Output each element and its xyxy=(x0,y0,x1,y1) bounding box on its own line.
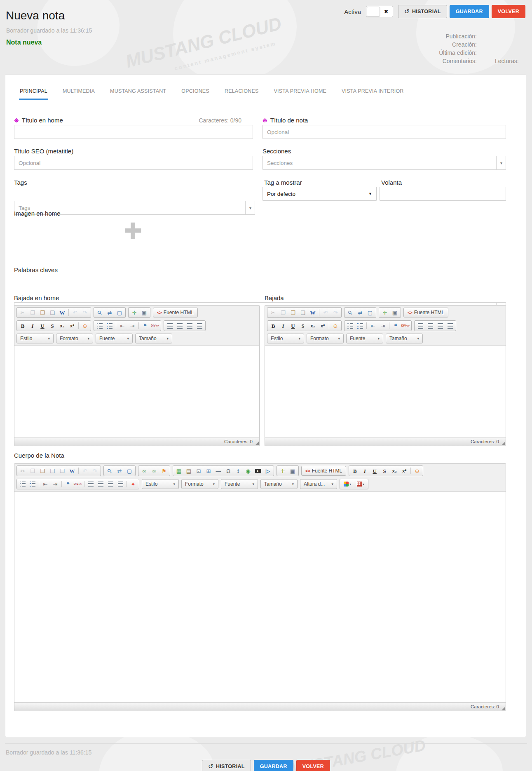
history-button[interactable]: ↺HISTORIAL xyxy=(202,760,251,771)
superscript-button[interactable]: x² xyxy=(67,321,77,330)
banner-button[interactable]: ▤ xyxy=(184,466,194,475)
combo-formato[interactable]: Formato▾ xyxy=(307,334,344,343)
cuerpo-de-la-nota-content[interactable] xyxy=(14,492,506,702)
paste-word-button[interactable]: W xyxy=(57,308,67,317)
special-char-button[interactable]: Ω xyxy=(223,466,233,475)
secciones-input[interactable] xyxy=(262,156,506,170)
undo-button[interactable]: ↶ xyxy=(70,308,80,317)
align-justify-button[interactable] xyxy=(195,321,204,330)
find-button[interactable]: ⚲ xyxy=(95,308,105,317)
indent-button[interactable]: ⇥ xyxy=(378,321,388,330)
find-button[interactable]: ⚲ xyxy=(345,308,355,317)
link-button[interactable]: ∞ xyxy=(139,466,149,475)
list-numbered-button[interactable] xyxy=(18,480,28,489)
list-bulleted-button[interactable] xyxy=(28,480,37,489)
redo-button[interactable]: ↷ xyxy=(90,466,100,475)
cut-button[interactable]: ✂ xyxy=(18,466,28,475)
combo-fuente[interactable]: Fuente▾ xyxy=(96,334,133,343)
list-bulleted-button[interactable] xyxy=(105,321,115,330)
select-all-button[interactable]: ▢ xyxy=(365,308,375,317)
bold-button[interactable]: B xyxy=(18,321,28,330)
embed-globe-button[interactable]: ◉ xyxy=(243,466,253,475)
div-container-button[interactable]: DIV xyxy=(401,321,410,330)
resize-handle-icon[interactable] xyxy=(255,442,259,445)
page-break-button[interactable]: ⇟ xyxy=(233,466,243,475)
align-center-button[interactable] xyxy=(96,480,105,489)
secciones-select[interactable]: ▾ xyxy=(262,156,506,170)
paste-button[interactable]: ❒ xyxy=(37,466,47,475)
find-button[interactable]: ⚲ xyxy=(105,466,115,475)
resize-handle-icon[interactable] xyxy=(502,707,505,710)
active-toggle[interactable]: ✖ xyxy=(366,6,393,17)
outdent-button[interactable]: ⇤ xyxy=(40,480,50,489)
source-button[interactable]: <>Fuente HTML xyxy=(153,308,198,317)
chevron-down-icon[interactable]: ▾ xyxy=(245,201,255,215)
select-all-button[interactable]: ▢ xyxy=(124,466,134,475)
list-numbered-button[interactable] xyxy=(95,321,105,330)
tag-a-mostrar-select[interactable]: Por defecto ▼ xyxy=(262,187,377,201)
remove-format-button[interactable]: ⊖ xyxy=(330,321,340,330)
align-justify-button[interactable] xyxy=(445,321,455,330)
italic-button[interactable]: I xyxy=(360,466,370,475)
align-right-button[interactable] xyxy=(435,321,445,330)
combo-tama-o[interactable]: Tamaño▾ xyxy=(386,334,423,343)
tab-opciones[interactable]: OPCIONES xyxy=(180,87,210,100)
color-text-button[interactable]: ▾ xyxy=(341,480,354,489)
source-button[interactable]: <>Fuente HTML xyxy=(301,466,346,476)
blockquote-button[interactable]: ❝ xyxy=(140,321,150,330)
subscript-button[interactable]: x₂ xyxy=(389,466,399,475)
underline-button[interactable]: U xyxy=(37,321,47,330)
maps-button[interactable]: ✦ xyxy=(128,480,138,489)
redo-button[interactable]: ↷ xyxy=(80,308,90,317)
superscript-button[interactable]: x² xyxy=(399,466,409,475)
replace-button[interactable]: ⇄ xyxy=(355,308,365,317)
table-button[interactable]: ⊞ xyxy=(204,466,213,475)
tab-multimedia[interactable]: MULTIMEDIA xyxy=(62,87,96,100)
tab-relaciones[interactable]: RELACIONES xyxy=(224,87,260,100)
save-button[interactable]: GUARDAR xyxy=(450,5,489,18)
replace-button[interactable]: ⇄ xyxy=(105,308,115,317)
redo-button[interactable]: ↷ xyxy=(330,308,340,317)
cut-button[interactable]: ✂ xyxy=(18,308,28,317)
combo-estilo[interactable]: Estilo▾ xyxy=(16,334,54,343)
subscript-button[interactable]: x₂ xyxy=(57,321,67,330)
align-justify-button[interactable] xyxy=(115,480,125,489)
list-bulleted-button[interactable] xyxy=(355,321,365,330)
superscript-button[interactable]: x² xyxy=(318,321,328,330)
combo-formato[interactable]: Formato▾ xyxy=(56,334,93,343)
tab-principal[interactable]: PRINCIPAL xyxy=(19,87,48,100)
align-center-button[interactable] xyxy=(175,321,185,330)
italic-button[interactable]: I xyxy=(278,321,288,330)
strike-button[interactable]: S xyxy=(380,466,389,475)
combo-tama-o[interactable]: Tamaño▾ xyxy=(135,334,172,343)
outdent-button[interactable]: ⇤ xyxy=(117,321,127,330)
unlink-button[interactable]: ∞ xyxy=(149,466,159,475)
align-left-button[interactable] xyxy=(86,480,96,489)
show-blocks-button[interactable]: ▣ xyxy=(390,308,400,317)
bold-button[interactable]: B xyxy=(268,321,278,330)
strike-button[interactable]: S xyxy=(47,321,57,330)
history-button[interactable]: ↺HISTORIAL xyxy=(398,5,447,18)
underline-button[interactable]: U xyxy=(370,466,380,475)
volanta-input[interactable] xyxy=(380,187,506,201)
align-right-button[interactable] xyxy=(105,480,115,489)
combo-fuente[interactable]: Fuente▾ xyxy=(221,479,258,489)
paste-text-button[interactable]: ❑ xyxy=(47,466,57,475)
show-blocks-button[interactable]: ▣ xyxy=(139,308,149,317)
underline-button[interactable]: U xyxy=(288,321,298,330)
undo-button[interactable]: ↶ xyxy=(80,466,90,475)
indent-button[interactable]: ⇥ xyxy=(127,321,137,330)
save-button[interactable]: GUARDAR xyxy=(254,760,293,771)
maximize-button[interactable]: ✛ xyxy=(278,466,288,475)
show-blocks-button[interactable]: ▣ xyxy=(288,466,298,475)
paste-word-button[interactable]: W xyxy=(308,308,318,317)
div-container-button[interactable]: DIV xyxy=(150,321,160,330)
remove-format-button[interactable]: ⊖ xyxy=(412,466,422,475)
maximize-button[interactable]: ✛ xyxy=(380,308,390,317)
strike-button[interactable]: S xyxy=(298,321,308,330)
paste-word-button[interactable]: W xyxy=(67,466,77,475)
combo-estilo[interactable]: Estilo▾ xyxy=(267,334,304,343)
copy-button[interactable]: ❐ xyxy=(28,308,37,317)
div-container-button[interactable]: DIV xyxy=(73,480,83,489)
titulo-seo-input[interactable] xyxy=(14,156,253,170)
